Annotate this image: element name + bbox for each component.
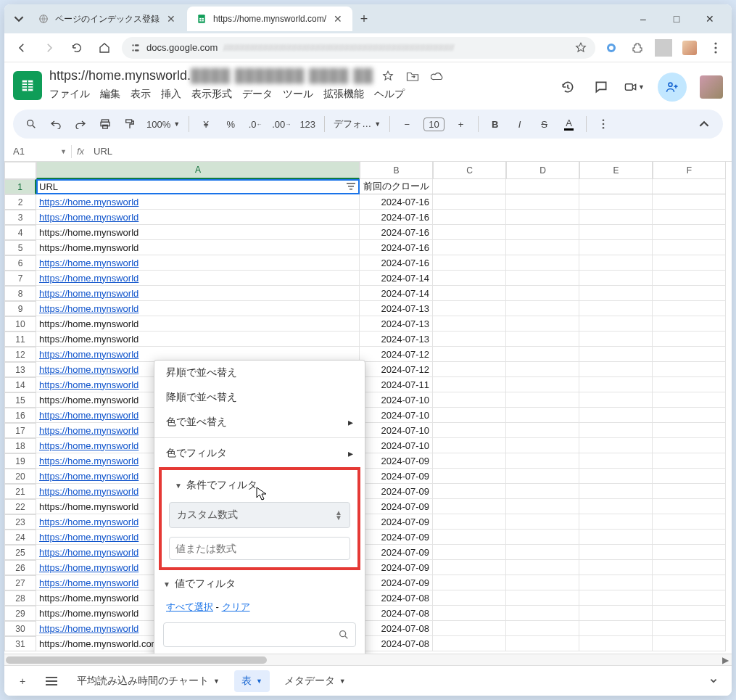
cell[interactable] xyxy=(433,392,506,408)
cell[interactable] xyxy=(433,301,506,316)
cell[interactable] xyxy=(433,362,506,377)
collapse-toolbar-button[interactable] xyxy=(695,115,713,133)
menu-format[interactable]: 表示形式 xyxy=(191,88,232,101)
cell-date[interactable]: 2024-07-08 xyxy=(360,621,433,636)
comment-icon[interactable] xyxy=(591,77,611,97)
extensions-icon[interactable] xyxy=(629,39,646,57)
decrease-decimal-button[interactable]: .0← xyxy=(247,115,263,133)
cell-date[interactable]: 2024-07-09 xyxy=(360,514,433,530)
column-header[interactable]: A xyxy=(36,162,360,179)
cell[interactable] xyxy=(579,225,653,240)
row-header[interactable]: 3 xyxy=(4,210,36,225)
column-header[interactable]: D xyxy=(506,162,579,179)
cell[interactable] xyxy=(653,210,726,225)
cell-url[interactable]: https://home.mynsworld xyxy=(36,210,360,225)
cell[interactable] xyxy=(433,194,506,210)
cell[interactable] xyxy=(506,286,579,301)
cell[interactable] xyxy=(653,286,726,301)
meet-icon[interactable]: ▼ xyxy=(624,77,645,97)
row-header[interactable]: 28 xyxy=(4,590,36,606)
scroll-right-icon[interactable]: ▶ xyxy=(722,655,729,665)
row-header[interactable]: 8 xyxy=(4,286,36,301)
cell[interactable] xyxy=(433,316,506,332)
cell[interactable] xyxy=(433,636,506,651)
strikethrough-button[interactable]: S xyxy=(537,115,553,133)
cell[interactable] xyxy=(653,332,726,347)
cell-url[interactable]: https://home.mynsworld xyxy=(36,301,360,316)
row-header[interactable]: 12 xyxy=(4,347,36,362)
cell[interactable] xyxy=(506,225,579,240)
row-header[interactable]: 6 xyxy=(4,255,36,271)
cell[interactable] xyxy=(653,575,726,590)
fontsize-decrease[interactable]: − xyxy=(399,115,415,133)
cell[interactable] xyxy=(653,179,726,194)
row-header[interactable]: 25 xyxy=(4,545,36,560)
cell[interactable] xyxy=(506,438,579,453)
cell-date[interactable]: 2024-07-16 xyxy=(360,240,433,255)
cell[interactable] xyxy=(579,438,653,453)
account-avatar[interactable] xyxy=(700,75,723,99)
more-toolbar-button[interactable] xyxy=(595,115,611,133)
cell[interactable] xyxy=(653,255,726,271)
menu-help[interactable]: ヘルプ xyxy=(374,88,405,101)
cell[interactable] xyxy=(579,255,653,271)
bookmark-star-icon[interactable] xyxy=(575,42,587,54)
cell-date[interactable]: 2024-07-16 xyxy=(360,255,433,271)
cell[interactable] xyxy=(653,271,726,286)
cell-url[interactable]: https://home.mynsworld xyxy=(36,316,360,332)
row-header[interactable]: 22 xyxy=(4,499,36,514)
cell-date[interactable]: 2024-07-08 xyxy=(360,606,433,621)
column-header[interactable]: C xyxy=(433,162,506,179)
formula-input[interactable]: URL xyxy=(89,146,112,157)
cell[interactable] xyxy=(653,453,726,469)
row-header[interactable]: 31 xyxy=(4,636,36,651)
star-icon[interactable] xyxy=(381,69,395,83)
clear-link[interactable]: クリア xyxy=(222,601,250,612)
filter-by-color-item[interactable]: 色でフィルタ▸ xyxy=(154,441,365,466)
column-header[interactable]: F xyxy=(653,162,726,179)
cell-url[interactable]: https://home.mynsworld xyxy=(36,194,360,210)
cell[interactable] xyxy=(579,194,653,210)
row-header[interactable]: 19 xyxy=(4,453,36,469)
select-all-corner[interactable] xyxy=(4,162,36,179)
cell[interactable] xyxy=(579,423,653,438)
cell[interactable] xyxy=(579,575,653,590)
cell[interactable] xyxy=(653,423,726,438)
cell[interactable] xyxy=(579,316,653,332)
cell[interactable] xyxy=(433,514,506,530)
cell[interactable] xyxy=(433,423,506,438)
tab-list-button[interactable] xyxy=(9,9,29,29)
cell[interactable] xyxy=(653,484,726,499)
row-header[interactable]: 7 xyxy=(4,271,36,286)
search-menu-icon[interactable] xyxy=(23,115,39,133)
menu-data[interactable]: データ xyxy=(242,88,273,101)
fontsize-increase[interactable]: + xyxy=(453,115,469,133)
cell[interactable] xyxy=(433,499,506,514)
all-sheets-button[interactable] xyxy=(41,670,62,692)
window-maximize-button[interactable]: □ xyxy=(666,9,687,29)
cell[interactable] xyxy=(579,453,653,469)
cell[interactable] xyxy=(579,301,653,316)
font-select[interactable]: デフォ… ▼ xyxy=(334,118,381,131)
percent-button[interactable]: % xyxy=(223,115,239,133)
cell[interactable] xyxy=(506,377,579,392)
cell[interactable] xyxy=(506,499,579,514)
cell[interactable] xyxy=(653,408,726,423)
cell-date[interactable]: 2024-07-12 xyxy=(360,347,433,362)
row-header[interactable]: 17 xyxy=(4,423,36,438)
cell-date[interactable]: 2024-07-08 xyxy=(360,636,433,651)
row-header[interactable]: 20 xyxy=(4,469,36,484)
row-header[interactable]: 21 xyxy=(4,484,36,499)
cell[interactable] xyxy=(653,316,726,332)
cell[interactable] xyxy=(506,316,579,332)
redo-button[interactable] xyxy=(73,115,88,133)
share-button[interactable] xyxy=(658,73,687,102)
scrollbar-thumb[interactable] xyxy=(6,656,267,664)
cell-date[interactable]: 2024-07-08 xyxy=(360,590,433,606)
cell[interactable] xyxy=(506,514,579,530)
cell[interactable] xyxy=(579,347,653,362)
cell-date[interactable]: 2024-07-09 xyxy=(360,484,433,499)
sheet-tab-table[interactable]: 表▼ xyxy=(234,670,270,692)
row-header[interactable]: 9 xyxy=(4,301,36,316)
cell-date[interactable]: 2024-07-14 xyxy=(360,286,433,301)
